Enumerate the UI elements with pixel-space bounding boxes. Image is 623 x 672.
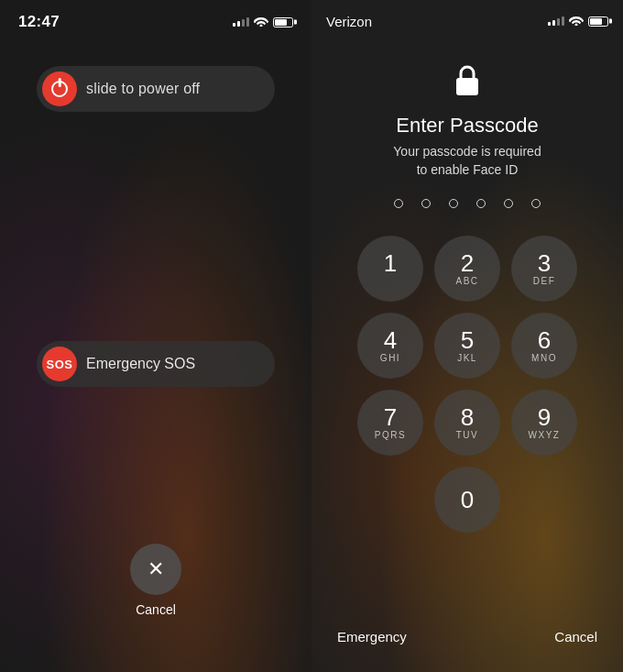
power-slider-label: slide to power off bbox=[86, 81, 200, 97]
phone-right-screen: Verizon Enter Passcode Your passcode is … bbox=[312, 0, 623, 672]
passcode-dot-1 bbox=[394, 199, 403, 208]
bottom-bar: Emergency Cancel bbox=[312, 629, 623, 644]
cancel-button[interactable]: ✕ bbox=[130, 544, 181, 595]
power-symbol bbox=[51, 81, 68, 97]
key-empty-right bbox=[511, 467, 577, 533]
key-0[interactable]: 0 bbox=[434, 467, 500, 533]
numpad: 1 2 ABC 3 DEF 4 GHI 5 JKL 6 MNO 7 PQRS bbox=[357, 236, 577, 533]
power-off-slider[interactable]: slide to power off bbox=[37, 66, 275, 112]
battery-icon-right bbox=[588, 17, 608, 27]
time-display: 12:47 bbox=[18, 13, 60, 31]
status-icons bbox=[233, 15, 293, 29]
passcode-title: Enter Passcode bbox=[396, 114, 538, 138]
status-bar-left: 12:47 bbox=[0, 0, 312, 39]
power-icon bbox=[42, 72, 77, 106]
signal-icon-right bbox=[548, 17, 564, 26]
key-5[interactable]: 5 JKL bbox=[434, 313, 500, 379]
key-2[interactable]: 2 ABC bbox=[434, 236, 500, 302]
passcode-dot-5 bbox=[504, 199, 513, 208]
key-6[interactable]: 6 MNO bbox=[511, 313, 577, 379]
sos-slider-label: Emergency SOS bbox=[86, 356, 195, 372]
sos-badge-text: SOS bbox=[47, 358, 73, 371]
passcode-dot-2 bbox=[421, 199, 431, 208]
key-7[interactable]: 7 PQRS bbox=[357, 390, 423, 456]
passcode-dot-4 bbox=[476, 199, 486, 208]
cancel-area: ✕ Cancel bbox=[130, 544, 181, 617]
sos-icon: SOS bbox=[42, 347, 77, 381]
close-icon: ✕ bbox=[148, 559, 164, 579]
carrier-label: Verizon bbox=[326, 14, 372, 29]
svg-rect-0 bbox=[456, 78, 478, 95]
lock-icon bbox=[454, 64, 481, 101]
emergency-sos-slider[interactable]: SOS Emergency SOS bbox=[37, 341, 275, 387]
signal-icon bbox=[233, 17, 249, 27]
power-slider-container: slide to power off bbox=[37, 66, 275, 112]
wifi-icon bbox=[254, 15, 268, 29]
key-1[interactable]: 1 bbox=[357, 236, 423, 302]
cancel-label: Cancel bbox=[136, 602, 176, 617]
key-9[interactable]: 9 WXYZ bbox=[511, 390, 577, 456]
status-bar-right: Verizon bbox=[312, 0, 623, 37]
passcode-dot-6 bbox=[531, 199, 541, 208]
phone-left-screen: 12:47 slide to power off bbox=[0, 0, 312, 672]
key-4[interactable]: 4 GHI bbox=[357, 313, 423, 379]
key-8[interactable]: 8 TUV bbox=[434, 390, 500, 456]
status-icons-right bbox=[548, 13, 608, 29]
battery-icon bbox=[273, 17, 293, 28]
cancel-button-right[interactable]: Cancel bbox=[554, 629, 597, 644]
passcode-dots bbox=[394, 199, 541, 208]
passcode-dot-3 bbox=[449, 199, 458, 208]
passcode-subtitle: Your passcode is requiredto enable Face … bbox=[393, 143, 541, 179]
key-empty-left bbox=[357, 467, 423, 533]
sos-slider-container: SOS Emergency SOS bbox=[37, 139, 275, 387]
key-3[interactable]: 3 DEF bbox=[511, 236, 577, 302]
emergency-button[interactable]: Emergency bbox=[337, 629, 407, 644]
wifi-icon-right bbox=[569, 13, 584, 29]
